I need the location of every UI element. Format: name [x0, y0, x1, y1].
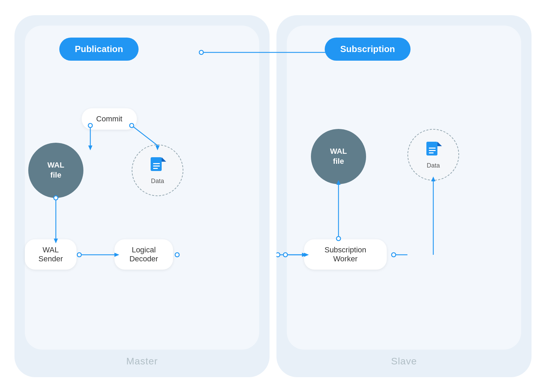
master-label: Master	[126, 356, 158, 367]
svg-point-30	[276, 253, 280, 257]
data-circle-right: Data	[407, 129, 459, 181]
svg-marker-1	[162, 157, 166, 162]
document-icon-right	[425, 140, 442, 161]
slave-text: Slave	[391, 356, 417, 366]
commit-box: Commit	[82, 108, 137, 130]
wal-file-circle-right: WALfile	[311, 129, 366, 184]
svg-rect-3	[153, 165, 160, 167]
publication-label: Publication	[75, 44, 123, 54]
slave-inner-panel	[287, 26, 521, 350]
wal-file-label-right: WALfile	[330, 147, 347, 166]
data-circle-left: Data	[132, 144, 183, 196]
svg-marker-19	[437, 142, 442, 146]
svg-rect-22	[429, 152, 434, 153]
commit-label: Commit	[96, 114, 122, 123]
subscription-worker-label: SubscriptionWorker	[324, 245, 366, 263]
subscription-button[interactable]: Subscription	[325, 38, 411, 61]
wal-sender-box: WALSender	[25, 239, 77, 270]
wal-file-label-left: WALfile	[48, 160, 64, 180]
wal-file-circle-left: WALfile	[28, 143, 83, 198]
svg-rect-2	[153, 163, 160, 164]
logical-decoder-box: LogicalDecoder	[114, 239, 173, 270]
subscription-label: Subscription	[340, 44, 395, 54]
slave-panel: Subscription WALfile Data SubscriptionWo…	[276, 15, 532, 377]
data-label-left: Data	[151, 178, 164, 185]
master-panel: Publication Commit WALfile Data WALSende…	[14, 15, 270, 377]
publication-button[interactable]: Publication	[59, 38, 139, 61]
svg-rect-21	[429, 150, 436, 151]
data-label-right: Data	[427, 162, 440, 169]
document-icon-left	[149, 155, 166, 176]
svg-rect-20	[429, 148, 436, 149]
slave-label: Slave	[391, 356, 417, 367]
master-text: Master	[126, 356, 158, 366]
logical-decoder-label: LogicalDecoder	[129, 245, 158, 263]
svg-rect-4	[153, 168, 158, 169]
wal-sender-label: WALSender	[39, 245, 63, 263]
diagram-container: Publication Commit WALfile Data WALSende…	[14, 15, 532, 377]
subscription-worker-box: SubscriptionWorker	[304, 239, 387, 270]
